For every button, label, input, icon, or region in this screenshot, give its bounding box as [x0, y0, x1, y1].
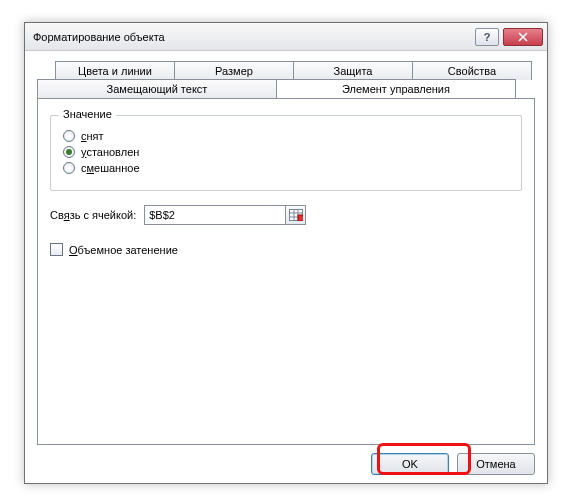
range-picker-button[interactable] [285, 206, 305, 224]
help-button[interactable]: ? [475, 28, 499, 46]
cell-link-input[interactable] [145, 206, 285, 224]
value-group: Значение снят установлен смешанное [50, 115, 522, 191]
radio-mixed-rest: ешанное [94, 162, 139, 174]
radio-checked[interactable] [63, 146, 75, 158]
tab-colors-lines[interactable]: Цвета и линии [55, 61, 175, 80]
tab-control[interactable]: Элемент управления [276, 79, 516, 98]
tab-protection[interactable]: Защита [293, 61, 413, 80]
titlebar: Форматирование объекта ? [25, 23, 547, 51]
dialog-footer: OK Отмена [37, 445, 535, 475]
svg-rect-5 [298, 215, 303, 221]
radio-mixed-label: смешанное [81, 162, 140, 174]
tab-strip: Цвета и линии Размер Защита Свойства Зам… [37, 61, 535, 99]
tab-panel-control: Значение снят установлен смешанное Связь… [37, 98, 535, 445]
cell-link-label: Связь с ячейкой: [50, 209, 136, 221]
grid-icon [289, 209, 303, 221]
tab-alt-text[interactable]: Замещающий текст [37, 79, 277, 98]
radio-mixed[interactable] [63, 162, 75, 174]
radio-on-rest: становлен [86, 146, 139, 158]
tab-properties[interactable]: Свойства [412, 61, 532, 80]
window-title: Форматирование объекта [33, 31, 471, 43]
radio-unchecked[interactable] [63, 130, 75, 142]
ok-button[interactable]: OK [371, 453, 449, 475]
radio-off-rest: нят [87, 130, 104, 142]
shading-label: Объемное затенение [69, 244, 178, 256]
radio-unchecked-label: снят [81, 130, 104, 142]
tab-size[interactable]: Размер [174, 61, 294, 80]
value-legend: Значение [59, 108, 116, 120]
shading-checkbox[interactable] [50, 243, 63, 256]
close-button[interactable] [503, 28, 543, 46]
radio-checked-label: установлен [81, 146, 139, 158]
dialog-window: Форматирование объекта ? Цвета и линии Р… [24, 22, 548, 484]
cancel-button[interactable]: Отмена [457, 453, 535, 475]
cell-link-control [144, 205, 306, 225]
